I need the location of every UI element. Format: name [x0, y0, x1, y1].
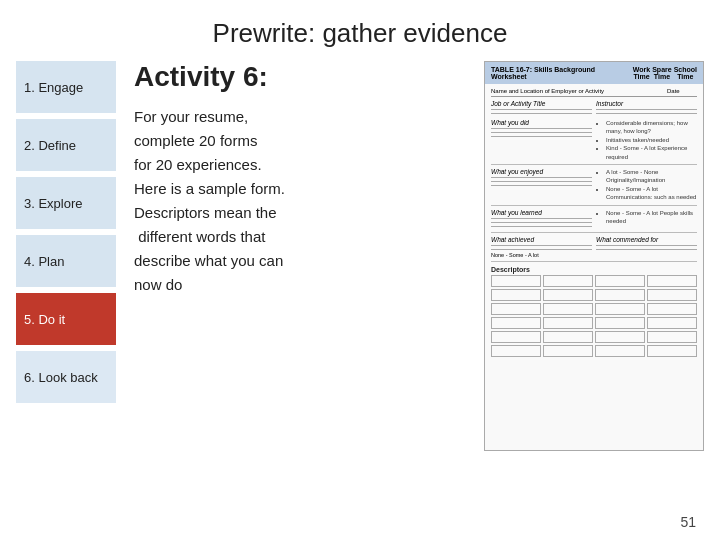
activity-body: For your resume, complete 20 forms for 2…	[134, 105, 454, 297]
ws-descriptors-title: Descriptors	[491, 266, 697, 273]
sidebar-item-label: 4. Plan	[24, 254, 64, 269]
sidebar-item-define[interactable]: 2. Define	[16, 119, 116, 171]
sidebar-item-label: 3. Explore	[24, 196, 83, 211]
main-layout: 1. Engage 2. Define 3. Explore 4. Plan 5…	[0, 61, 720, 521]
activity-title: Activity 6:	[134, 61, 462, 93]
content-area: Activity 6: For your resume, complete 20…	[134, 61, 466, 521]
sidebar-item-label: 1. Engage	[24, 80, 83, 95]
sidebar-item-explore[interactable]: 3. Explore	[16, 177, 116, 229]
sidebar-item-label: 2. Define	[24, 138, 76, 153]
ws-descriptor-grid	[491, 275, 697, 357]
sidebar: 1. Engage 2. Define 3. Explore 4. Plan 5…	[16, 61, 116, 521]
sidebar-item-label: 5. Do it	[24, 312, 65, 327]
worksheet-image: TABLE 16-7: Skills Background Worksheet …	[484, 61, 704, 451]
sidebar-item-plan[interactable]: 4. Plan	[16, 235, 116, 287]
sidebar-item-label: 6. Look back	[24, 370, 98, 385]
sidebar-item-lookback[interactable]: 6. Look back	[16, 351, 116, 403]
page-title: Prewrite: gather evidence	[0, 0, 720, 61]
page-number: 51	[680, 514, 696, 530]
ws-title-bar: TABLE 16-7: Skills Background Worksheet …	[485, 62, 703, 84]
sidebar-item-doit[interactable]: 5. Do it	[16, 293, 116, 345]
sidebar-item-engage[interactable]: 1. Engage	[16, 61, 116, 113]
ws-body: Name and Location of Employer or Activit…	[485, 84, 703, 361]
